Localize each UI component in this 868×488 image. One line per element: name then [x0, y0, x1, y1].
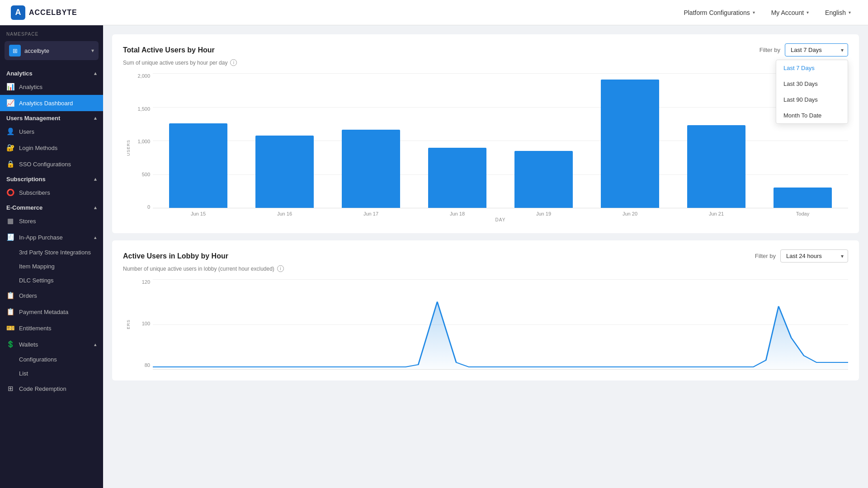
sidebar-item-stores[interactable]: ▦ Stores [0, 213, 103, 229]
bar[interactable] [774, 188, 832, 208]
chart1-area: Jun 15Jun 16Jun 17Jun 18Jun 19Jun 20Jun … [153, 73, 848, 222]
sidebar-sub-item-list-label: List [19, 370, 28, 377]
chart1-subtitle: Sum of unique active users by hour per d… [123, 59, 848, 66]
chart2-filter-area: Filter by Last 24 hours Last 7 Days Last… [755, 249, 848, 263]
sidebar-item-code-redemption[interactable]: ⊞ Code Redemption [0, 380, 103, 397]
topnav-right: Platform Configurations ▾ My Account ▾ E… [677, 5, 857, 20]
namespace-selector[interactable]: ⊞ accelbyte ▾ [5, 41, 99, 60]
platform-config-button[interactable]: Platform Configurations ▾ [677, 5, 761, 20]
sidebar-item-analytics-dashboard-label: Analytics Dashboard [19, 100, 73, 107]
bar[interactable] [428, 148, 487, 208]
section-ecommerce[interactable]: E-Commerce ▴ [0, 201, 103, 213]
bar[interactable] [601, 80, 660, 208]
ytick-500: 500 [142, 172, 150, 177]
chart1-filter-select[interactable]: Last 7 Days Last 30 Days Last 90 Days Mo… [785, 43, 848, 56]
chart-lobby-users: Active Users in Lobby by Hour Filter by … [112, 240, 859, 380]
bar[interactable] [342, 130, 401, 208]
namespace-box-left: ⊞ accelbyte [9, 45, 49, 56]
payment-metadata-icon: 📋 [6, 308, 14, 316]
section-ecommerce-chevron-icon: ▴ [94, 205, 97, 211]
dropdown-option-last30[interactable]: Last 30 Days [776, 76, 848, 92]
bar-x-label: Jun 19 [500, 211, 587, 216]
sidebar-item-analytics-dashboard[interactable]: 📈 Analytics Dashboard [0, 95, 103, 111]
sidebar-sub-item-item-mapping[interactable]: Item Mapping [0, 259, 103, 273]
dropdown-option-month-to-date[interactable]: Month To Date [776, 108, 848, 123]
ytick2-80: 80 [145, 362, 150, 368]
sidebar-sub-item-configurations[interactable]: Configurations [0, 352, 103, 366]
chart2-filter-select[interactable]: Last 24 hours Last 7 Days Last 30 Days [780, 249, 848, 263]
sidebar-sub-item-list[interactable]: List [0, 366, 103, 380]
sidebar-item-users[interactable]: 👤 Users [0, 123, 103, 140]
dropdown-option-last7[interactable]: Last 7 Days [776, 60, 848, 76]
sso-icon: 🔒 [6, 160, 14, 168]
bar-group [241, 73, 328, 208]
chart1-filter-label: Filter by [760, 47, 780, 53]
bar[interactable] [687, 125, 746, 208]
sidebar-item-subscribers[interactable]: ⭕ Subscribers [0, 184, 103, 201]
my-account-label: My Account [771, 9, 804, 16]
code-redemption-icon: ⊞ [6, 385, 14, 393]
sidebar-item-orders[interactable]: 📋 Orders [0, 287, 103, 304]
section-users-chevron-icon: ▴ [94, 115, 97, 121]
dropdown-option-last90[interactable]: Last 90 Days [776, 92, 848, 108]
chart2-subtitle-text: Number of unique active users in lobby (… [123, 266, 274, 272]
bar-x-label: Jun 15 [155, 211, 241, 216]
bars-container [153, 73, 848, 208]
sidebar-item-code-redemption-label: Code Redemption [19, 385, 66, 392]
sidebar-item-in-app-purchase-label: In-App Purchase [19, 234, 63, 241]
chart1-y-axis-title: USERS [126, 140, 131, 156]
my-account-button[interactable]: My Account ▾ [765, 5, 815, 20]
sidebar-item-login-methods-label: Login Methods [19, 145, 57, 151]
sidebar-item-entitlements[interactable]: 🎫 Entitlements [0, 320, 103, 336]
bar[interactable] [169, 123, 228, 208]
bar-group [500, 73, 587, 208]
logo-icon: A [11, 5, 25, 20]
section-subscriptions[interactable]: Subscriptions ▴ [0, 172, 103, 184]
section-ecommerce-label: E-Commerce [6, 204, 42, 211]
bar-x-label: Jun 18 [414, 211, 500, 216]
chart-total-active-users: Total Active Users by Hour Filter by Las… [112, 34, 859, 233]
bar[interactable] [514, 151, 573, 208]
sidebar-item-payment-metadata[interactable]: 📋 Payment Metadata [0, 304, 103, 320]
subscribers-icon: ⭕ [6, 188, 14, 197]
language-button[interactable]: English ▾ [819, 5, 857, 20]
namespace-label: NAMESPACE [0, 25, 103, 41]
section-analytics-label: Analytics [6, 70, 33, 77]
chart2-title: Active Users in Lobby by Hour [123, 252, 228, 260]
chart2-info-icon[interactable]: i [277, 265, 284, 272]
chart1-y-ticks: 2,000 1,500 1,000 500 0 [134, 73, 153, 222]
namespace-icon: ⊞ [9, 45, 21, 56]
sidebar-item-in-app-purchase[interactable]: 🧾 In-App Purchase ▴ [0, 229, 103, 245]
section-analytics-chevron-icon: ▴ [94, 70, 97, 76]
line-chart-path [153, 302, 848, 367]
sidebar-sub-item-3rd-party-label: 3rd Party Store Integrations [19, 249, 91, 256]
sidebar: NAMESPACE ⊞ accelbyte ▾ Analytics ▴ 📊 An… [0, 25, 103, 488]
sidebar-item-login-methods[interactable]: 🔐 Login Methods [0, 140, 103, 156]
chart1-filter-wrapper[interactable]: Last 7 Days Last 30 Days Last 90 Days Mo… [785, 43, 848, 56]
my-account-chevron-icon: ▾ [807, 10, 809, 15]
sidebar-sub-item-dlc-settings[interactable]: DLC Settings [0, 273, 103, 287]
ytick-0: 0 [147, 204, 150, 210]
bar-x-label: Jun 20 [587, 211, 673, 216]
sidebar-item-sso-configurations[interactable]: 🔒 SSO Configurations [0, 156, 103, 172]
sidebar-item-stores-label: Stores [19, 218, 36, 225]
chart1-x-labels: Jun 15Jun 16Jun 17Jun 18Jun 19Jun 20Jun … [153, 208, 848, 216]
sidebar-item-analytics[interactable]: 📊 Analytics [0, 79, 103, 95]
section-analytics[interactable]: Analytics ▴ [0, 66, 103, 79]
section-users-management[interactable]: Users Management ▴ [0, 111, 103, 123]
ytick2-100: 100 [142, 321, 150, 326]
bar-group [587, 73, 673, 208]
chart2-body: ERS 120 100 80 [123, 279, 848, 370]
sidebar-sub-item-3rd-party[interactable]: 3rd Party Store Integrations [0, 245, 103, 259]
sidebar-item-sso-label: SSO Configurations [19, 161, 71, 168]
chart2-filter-wrapper[interactable]: Last 24 hours Last 7 Days Last 30 Days [780, 249, 848, 263]
sidebar-item-wallets-label: Wallets [19, 341, 38, 348]
bar[interactable] [255, 136, 314, 208]
sidebar-item-wallets[interactable]: 💲 Wallets ▴ [0, 336, 103, 352]
ytick2-120: 120 [142, 279, 150, 285]
chart1-dropdown-menu: Last 7 Days Last 30 Days Last 90 Days Mo… [776, 60, 848, 124]
chart1-y-axis-title-wrapper: USERS [123, 73, 134, 222]
chart1-info-icon[interactable]: i [230, 59, 237, 66]
platform-config-chevron-icon: ▾ [753, 10, 755, 15]
logo-text: ACCELBYTE [29, 9, 77, 17]
